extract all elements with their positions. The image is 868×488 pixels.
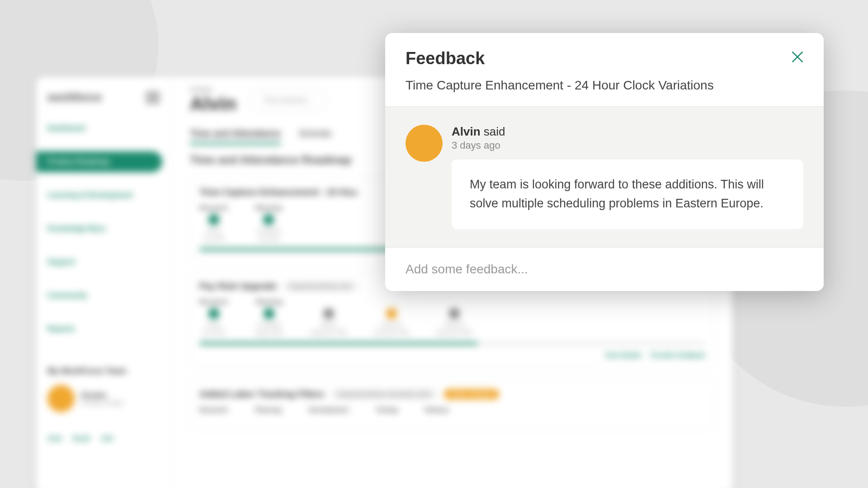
comment-body: My team is looking forward to these addi… (452, 160, 803, 229)
stage-dot-icon (323, 308, 334, 319)
app-logo: workforce (47, 90, 102, 104)
status-badge: Status: Delayed (444, 389, 499, 399)
stage-testing: Testing (376, 406, 398, 413)
provide-feedback-link[interactable]: Provide Feedback (651, 352, 705, 359)
sidebar-item-learning[interactable]: Learning & Development (36, 185, 171, 206)
search-input[interactable]: Find answers... (250, 90, 327, 110)
stage-research: Research (199, 406, 228, 413)
comment-said-label: said (481, 125, 505, 138)
sidebar: workforce Dashboard Product Roadmap Lear… (36, 77, 172, 488)
card-title: Pay Rule Upgrade (199, 281, 277, 291)
contact-email[interactable]: Email (73, 435, 90, 442)
sidebar-item-product-roadmap[interactable]: Product Roadmap (36, 151, 162, 172)
member-name: Kendra (81, 391, 123, 399)
stage-started: Started September 2024 (310, 298, 347, 335)
stage-research: Research Actual July 2024 (199, 204, 228, 241)
feedback-modal: Feedback Time Capture Enhancement - 24 H… (385, 33, 824, 291)
hamburger-menu-icon[interactable] (146, 92, 160, 103)
stage-expected-2: Expected November 2024 (436, 298, 472, 335)
close-button[interactable] (789, 49, 806, 65)
avatar (47, 385, 75, 412)
sidebar-item-knowledge-base[interactable]: Knowledge Base (36, 218, 171, 239)
modal-subtitle: Time Capture Enhancement - 24 Hour Clock… (406, 78, 803, 93)
roadmap-card-3: Added Labor Tracking Filters Expected De… (190, 380, 714, 430)
stage-planning: Planning Completed July 2024 (255, 204, 282, 241)
delivery-badge: Expected Delivery: December 2024 (331, 389, 438, 399)
feedback-input[interactable] (406, 262, 803, 277)
modal-title: Feedback (406, 49, 803, 68)
modal-body: Alvin said 3 days ago My team is looking… (385, 107, 824, 247)
tab-time-attendance[interactable]: Time and Attendance (190, 128, 281, 145)
team-member: Kendra Primary Contact (47, 385, 160, 412)
stage-expected-1: Expected November 2024 (374, 298, 409, 335)
sidebar-item-support[interactable]: Support (36, 252, 171, 272)
team-section: My WorkForce Team Kendra Primary Contact… (36, 357, 171, 451)
stage-dot-icon (264, 308, 274, 319)
avatar (406, 125, 443, 162)
stage-planning: Planning Completed August 2024 (255, 298, 283, 335)
card-title: Added Labor Tracking Filters (199, 389, 325, 399)
comment-author-line: Alvin said (452, 125, 803, 139)
progress-bar (199, 342, 705, 345)
card-title: Time Capture Enhancement - 24 Hou (199, 187, 357, 197)
greeting-name: Alvin (190, 93, 236, 115)
stage-dot-icon (263, 214, 274, 225)
member-role: Primary Contact (81, 399, 123, 406)
comment-author: Alvin (452, 125, 481, 138)
view-details-link[interactable]: View Details (605, 352, 642, 359)
delivery-badge: Expected Delivery: Nov (283, 281, 358, 291)
greeting-label: Hi there, (190, 86, 236, 93)
close-icon (790, 50, 805, 64)
modal-header: Feedback Time Capture Enhancement - 24 H… (385, 33, 824, 107)
team-header: My WorkForce Team (47, 366, 160, 376)
stage-development: Development (309, 406, 349, 413)
contact-call[interactable]: Call (101, 435, 113, 442)
stage-release: Release (425, 406, 449, 413)
sidebar-item-community[interactable]: Community (36, 285, 171, 306)
stage-dot-icon (208, 308, 219, 319)
comment: Alvin said 3 days ago My team is looking… (406, 125, 803, 229)
stage-dot-icon (208, 214, 219, 225)
modal-footer (385, 247, 824, 291)
comment-timestamp: 3 days ago (452, 140, 803, 151)
stage-planning: Planning (255, 406, 282, 413)
tab-scheduling[interactable]: Schedu (299, 128, 331, 145)
stage-dot-icon (449, 308, 460, 319)
stage-dot-icon (386, 308, 397, 319)
sidebar-item-dashboard[interactable]: Dashboard (36, 118, 171, 139)
stage-research: Research Actual June 2024 (199, 298, 228, 335)
sidebar-item-reports[interactable]: Reports (36, 319, 171, 339)
contact-chat[interactable]: Chat (47, 435, 61, 442)
